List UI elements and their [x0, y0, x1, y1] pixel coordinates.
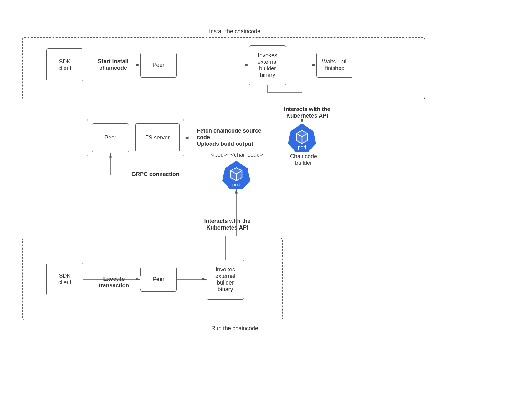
pod-icon-builder-text: pod [298, 145, 306, 150]
pod-icon-chaincode: pod [222, 161, 250, 189]
pod-icon-builder: pod [288, 124, 316, 152]
arrow-invokes2-podcc [225, 189, 236, 260]
pod-icon-chaincode-text: pod [232, 182, 241, 187]
arrow-invokes1-builderpod [268, 85, 302, 123]
arrow-podcc-peermid [110, 153, 224, 175]
